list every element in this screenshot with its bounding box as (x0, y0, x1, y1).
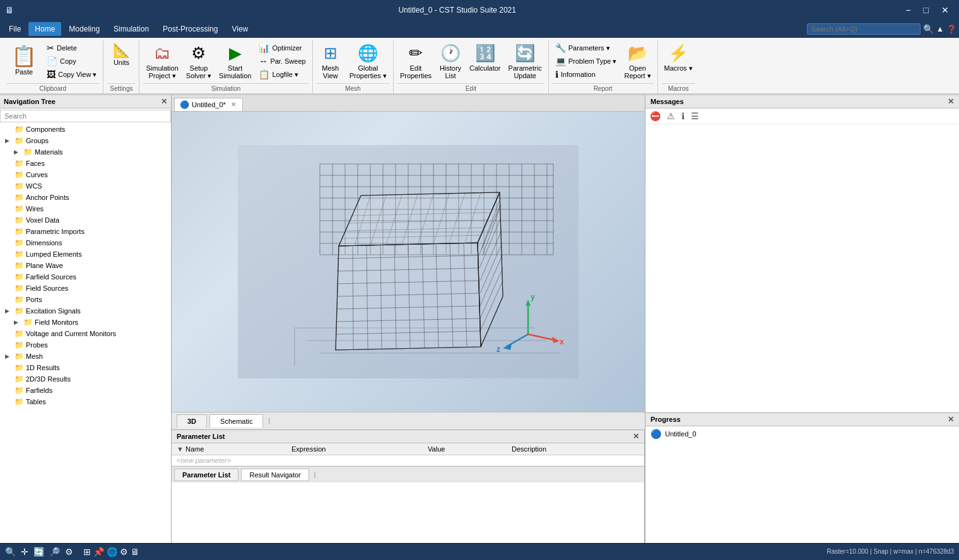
history-list-button[interactable]: 🕐 HistoryList (437, 42, 464, 81)
filter-icon[interactable]: ▼ (177, 445, 184, 453)
global-properties-button[interactable]: 🌐 GlobalProperties ▾ (347, 42, 389, 82)
menu-post-processing[interactable]: Post-Processing (156, 22, 224, 36)
nav-item-1d-results[interactable]: 📁1D Results (0, 362, 171, 373)
status-wheel-icon[interactable]: ⚙ (65, 547, 73, 557)
parametric-update-button[interactable]: 🔄 ParametricUpdate (506, 42, 544, 81)
edit-properties-button[interactable]: ✏ EditProperties (397, 42, 434, 81)
search-icon[interactable]: 🔍 (923, 24, 934, 34)
bottom-tab-result-navigator[interactable]: Result Navigator (241, 469, 309, 481)
nav-item-label: Components (26, 125, 65, 133)
delete-button[interactable]: ✂ Delete (44, 42, 99, 54)
nav-item-wires[interactable]: 📁Wires (0, 203, 171, 214)
nav-item-parametric-imports[interactable]: 📁Parametric Imports (0, 226, 171, 237)
search-up-icon[interactable]: ▲ (936, 25, 944, 33)
nav-item-voxel-data[interactable]: 📁Voxel Data (0, 214, 171, 226)
history-list-icon: 🕐 (440, 44, 461, 63)
copy-button[interactable]: 📄 Copy (44, 55, 99, 67)
nav-item-tables[interactable]: 📁Tables (0, 396, 171, 407)
menu-home[interactable]: Home (28, 22, 61, 36)
folder-icon: 📁 (15, 386, 24, 395)
new-param-row[interactable]: <new parameter> (172, 455, 644, 466)
nav-item-faces[interactable]: 📁Faces (0, 158, 171, 169)
nav-items: 📁Components▶📁Groups▶📁Materials📁Faces📁Cur… (0, 124, 171, 543)
msg-list-btn[interactable]: ☰ (689, 110, 701, 122)
menu-modeling[interactable]: Modeling (62, 22, 106, 36)
nav-item-components[interactable]: 📁Components (0, 124, 171, 135)
status-settings-icon2[interactable]: ⚙ (120, 547, 128, 557)
progress-title: Progress (650, 416, 681, 423)
msg-warning-btn[interactable]: ⚠ (665, 110, 677, 122)
status-zoom-in-icon[interactable]: 🔍 (5, 547, 16, 557)
edit-properties-icon: ✏ (409, 44, 423, 63)
msg-clear-btn[interactable]: ⛔ (648, 110, 662, 122)
view-tab-3d[interactable]: 3D (177, 414, 207, 428)
menu-simulation[interactable]: Simulation (107, 22, 155, 36)
status-rotate-icon[interactable]: 🔄 (33, 547, 44, 557)
global-search-input[interactable] (807, 23, 921, 35)
status-monitor-icon[interactable]: 🖥 (131, 547, 139, 557)
nav-item-plane-wave[interactable]: 📁Plane Wave (0, 260, 171, 271)
new-param-cell[interactable]: <new parameter> (172, 455, 644, 466)
nav-item-voltage-and-current-monitors[interactable]: 📁Voltage and Current Monitors (0, 328, 171, 339)
doc-tab-0[interactable]: 🔵 Untitled_0* ✕ (174, 98, 243, 111)
mesh-view-button[interactable]: ⊞ MeshView (317, 42, 344, 81)
folder-icon: 📁 (15, 375, 24, 383)
close-button[interactable]: ✕ (936, 3, 954, 18)
simulation-project-button[interactable]: 🗂 SimulationProject ▾ (143, 42, 180, 82)
nav-item-label: Field Sources (26, 284, 68, 292)
paste-button[interactable]: 📋 Paste (6, 42, 42, 78)
macros-button[interactable]: ⚡ Macros ▾ (662, 42, 695, 74)
progress-close[interactable]: ✕ (948, 415, 954, 424)
optimizer-button[interactable]: 📊 Optimizer (256, 42, 308, 54)
logfile-button[interactable]: 📋 Logfile ▾ (256, 68, 308, 81)
nav-item-lumped-elements[interactable]: 📁Lumped Elements (0, 248, 171, 260)
nav-item-groups[interactable]: ▶📁Groups (0, 135, 171, 146)
nav-item-excitation-signals[interactable]: ▶📁Excitation Signals (0, 305, 171, 317)
nav-item-field-sources[interactable]: 📁Field Sources (0, 283, 171, 294)
nav-item-anchor-points[interactable]: 📁Anchor Points (0, 192, 171, 203)
problem-type-button[interactable]: 💻 Problem Type ▾ (553, 55, 620, 67)
menu-file[interactable]: File (3, 22, 27, 36)
information-button[interactable]: ℹ Information (553, 68, 620, 81)
viewport[interactable]: .mesh-line { stroke: #333; stroke-width:… (172, 112, 645, 412)
nav-item-materials[interactable]: ▶📁Materials (0, 146, 171, 158)
units-button[interactable]: 📐 Units (107, 42, 135, 68)
msg-info-btn[interactable]: ℹ (680, 110, 686, 122)
par-sweep-button[interactable]: ↔ Par. Sweep (256, 55, 308, 67)
nav-item-probes[interactable]: 📁Probes (0, 339, 171, 351)
menu-view[interactable]: View (225, 22, 254, 36)
maximize-button[interactable]: □ (919, 3, 934, 18)
start-simulation-button[interactable]: ▶ StartSimulation (216, 42, 254, 81)
nav-item-mesh[interactable]: ▶📁Mesh (0, 351, 171, 362)
minimize-button[interactable]: − (900, 3, 915, 18)
bottom-tab-param-list[interactable]: Parameter List (174, 469, 238, 481)
status-coord-icon[interactable]: 🌐 (107, 547, 117, 557)
nav-item-field-monitors[interactable]: ▶📁Field Monitors (0, 317, 171, 328)
nav-item-ports[interactable]: 📁Ports (0, 294, 171, 305)
param-list-close[interactable]: ✕ (633, 432, 639, 441)
optimizer-icon: 📊 (259, 43, 269, 53)
nav-search-input[interactable] (0, 110, 171, 122)
nav-item-curves[interactable]: 📁Curves (0, 169, 171, 180)
setup-solver-button[interactable]: ⚙ SetupSolver ▾ (184, 42, 214, 82)
nav-tree-close[interactable]: ✕ (161, 97, 167, 106)
nav-item-farfield-sources[interactable]: 📁Farfield Sources (0, 271, 171, 283)
status-snap-icon[interactable]: 📌 (93, 547, 104, 557)
nav-item-farfields[interactable]: 📁Farfields (0, 385, 171, 396)
calculator-button[interactable]: 🔢 Calculator (467, 42, 503, 74)
messages-close[interactable]: ✕ (948, 97, 954, 106)
nav-item-2d/3d-results[interactable]: 📁2D/3D Results (0, 373, 171, 385)
parameters-button[interactable]: 🔧 Parameters ▾ (553, 42, 620, 54)
help-icon[interactable]: ❓ (946, 25, 956, 34)
doc-tab-close[interactable]: ✕ (231, 101, 236, 108)
status-grid-icon[interactable]: ⊞ (83, 547, 91, 557)
open-report-button[interactable]: 📂 OpenReport ▾ (621, 42, 653, 82)
nav-item-wcs[interactable]: 📁WCS (0, 180, 171, 192)
copy-view-button[interactable]: 🖼 Copy View ▾ (44, 68, 99, 81)
status-pan-icon[interactable]: ✛ (21, 547, 28, 557)
view-tab-schematic[interactable]: Schematic (209, 414, 263, 428)
expander-icon: ▶ (14, 149, 21, 155)
nav-item-dimensions[interactable]: 📁Dimensions (0, 237, 171, 248)
status-zoom-out-icon[interactable]: 🔎 (49, 547, 60, 557)
nav-item-label: WCS (26, 182, 42, 190)
